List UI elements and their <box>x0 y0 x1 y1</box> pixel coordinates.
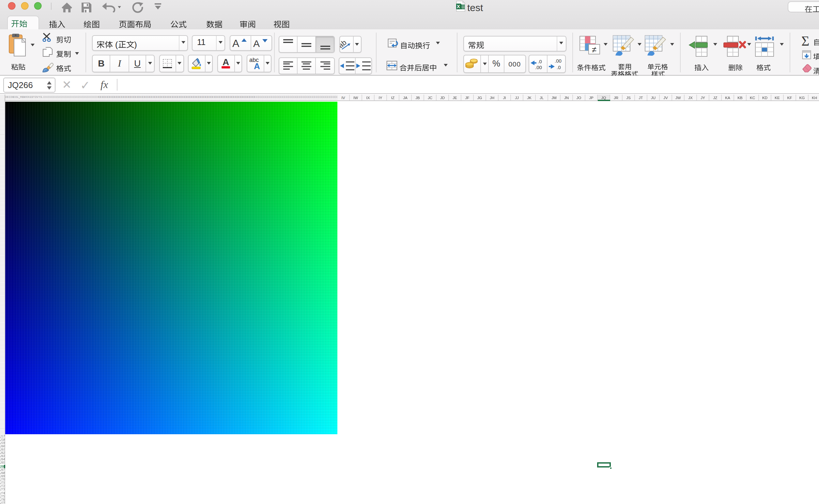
svg-text:.00: .00 <box>555 58 562 64</box>
svg-text:X: X <box>457 4 460 9</box>
svg-text:A: A <box>233 37 240 48</box>
svg-text:A: A <box>223 58 229 67</box>
svg-text:A: A <box>254 62 260 70</box>
svg-text:≠: ≠ <box>592 45 596 54</box>
svg-text:A: A <box>254 38 260 48</box>
svg-text:.0: .0 <box>538 59 542 64</box>
svg-text:.00: .00 <box>535 65 542 70</box>
svg-text:.0: .0 <box>557 65 561 70</box>
